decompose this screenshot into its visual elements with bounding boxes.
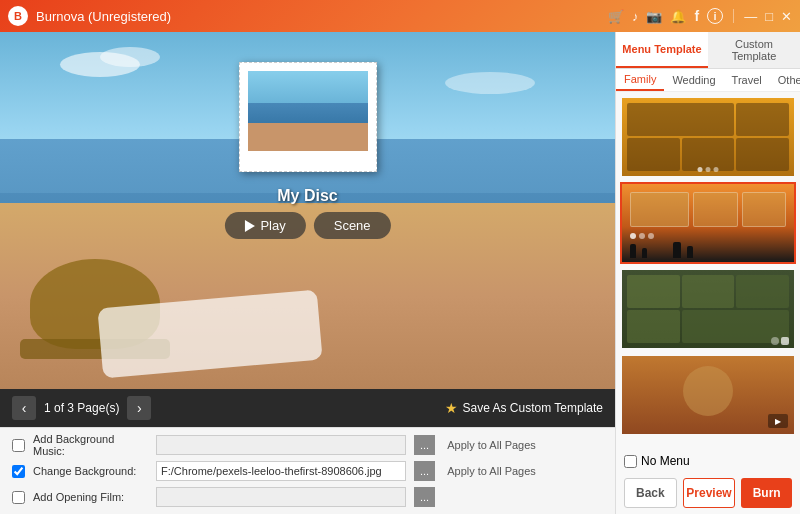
pages-indicator: 1 of 3 Page(s) (44, 401, 119, 415)
template-list: ▶ (616, 92, 800, 448)
no-menu-row: No Menu (616, 448, 800, 472)
opening-film-checkbox[interactable] (12, 491, 25, 504)
cloud-3 (445, 72, 535, 94)
cat-wedding[interactable]: Wedding (664, 70, 723, 90)
cat-family[interactable]: Family (616, 69, 664, 91)
nav-left: ‹ 1 of 3 Page(s) › (12, 396, 151, 420)
bg-music-row: Add Background Music: ... Apply to All P… (12, 434, 603, 456)
change-bg-input[interactable] (156, 461, 406, 481)
opening-film-browse-button[interactable]: ... (414, 487, 435, 507)
music-icon[interactable]: ♪ (632, 9, 639, 24)
titlebar: B Burnova (Unregistered) 🛒 ♪ 📷 🔔 f i — □… (0, 0, 800, 32)
notification-icon[interactable]: 🔔 (670, 9, 686, 24)
close-button[interactable]: ✕ (781, 9, 792, 24)
template-item-4[interactable]: ▶ (620, 354, 796, 436)
burn-button[interactable]: Burn (741, 478, 792, 508)
opening-film-input[interactable] (156, 487, 406, 507)
no-menu-label: No Menu (641, 454, 690, 468)
cloud-2 (100, 47, 160, 67)
bg-music-label: Add Background Music: (33, 433, 148, 457)
action-buttons: Back Preview Burn (616, 472, 800, 514)
change-bg-apply-label: Apply to All Pages (447, 465, 536, 477)
save-template-label: Save As Custom Template (462, 401, 603, 415)
stamp-image (248, 71, 368, 151)
toolbar-divider (733, 9, 734, 23)
bg-music-input[interactable] (156, 435, 406, 455)
app-title: Burnova (Unregistered) (36, 9, 608, 24)
play-button[interactable]: Play (224, 212, 305, 239)
scene-label: Scene (334, 218, 371, 233)
next-page-button[interactable]: › (127, 396, 151, 420)
template-type-tabs: Menu Template Custom Template (616, 32, 800, 69)
preview-button[interactable]: Preview (683, 478, 736, 508)
maximize-button[interactable]: □ (765, 9, 773, 24)
cat-others[interactable]: Others (770, 70, 800, 90)
app-logo: B (8, 6, 28, 26)
camera-icon[interactable]: 📷 (646, 9, 662, 24)
no-menu-checkbox[interactable] (624, 455, 637, 468)
change-bg-browse-button[interactable]: ... (414, 461, 435, 481)
change-bg-checkbox[interactable] (12, 465, 25, 478)
scene-button[interactable]: Scene (314, 212, 391, 239)
logo-text: B (14, 10, 22, 22)
control-buttons: Play Scene (224, 212, 390, 239)
cat-travel[interactable]: Travel (724, 70, 770, 90)
minimize-button[interactable]: — (744, 9, 757, 24)
options-bar: Add Background Music: ... Apply to All P… (0, 427, 615, 514)
facebook-icon[interactable]: f (694, 8, 699, 24)
change-bg-label: Change Background: (33, 465, 148, 477)
bg-music-checkbox[interactable] (12, 439, 25, 452)
main-layout: My Disc Play Scene ‹ 1 of 3 Page(s) › (0, 32, 800, 514)
toolbar-icons: 🛒 ♪ 📷 🔔 f i — □ ✕ (608, 8, 792, 24)
navigation-bar: ‹ 1 of 3 Page(s) › ★ Save As Custom Temp… (0, 389, 615, 427)
play-label: Play (260, 218, 285, 233)
template-item-2[interactable] (620, 182, 796, 264)
play-icon (244, 220, 254, 232)
disc-title: My Disc (277, 187, 337, 205)
star-icon: ★ (445, 400, 458, 416)
right-panel: Menu Template Custom Template Family Wed… (615, 32, 800, 514)
info-icon[interactable]: i (707, 8, 723, 24)
preview-canvas: My Disc Play Scene (0, 32, 615, 389)
preview-area: My Disc Play Scene ‹ 1 of 3 Page(s) › (0, 32, 615, 514)
nav-right: ★ Save As Custom Template (445, 400, 603, 416)
cart-icon[interactable]: 🛒 (608, 9, 624, 24)
save-template-button[interactable]: ★ Save As Custom Template (445, 400, 603, 416)
tab-custom-template[interactable]: Custom Template (708, 32, 800, 68)
tab-menu-template[interactable]: Menu Template (616, 32, 708, 68)
opening-film-label: Add Opening Film: (33, 491, 148, 503)
opening-film-row: Add Opening Film: ... (12, 486, 603, 508)
template-item-1[interactable] (620, 96, 796, 178)
bg-music-apply-label: Apply to All Pages (447, 439, 536, 451)
template-item-3[interactable] (620, 268, 796, 350)
stamp-photo (239, 62, 377, 172)
bg-music-browse-button[interactable]: ... (414, 435, 435, 455)
category-tabs: Family Wedding Travel Others ▶ (616, 69, 800, 92)
back-button[interactable]: Back (624, 478, 677, 508)
prev-page-button[interactable]: ‹ (12, 396, 36, 420)
change-bg-row: Change Background: ... Apply to All Page… (12, 460, 603, 482)
